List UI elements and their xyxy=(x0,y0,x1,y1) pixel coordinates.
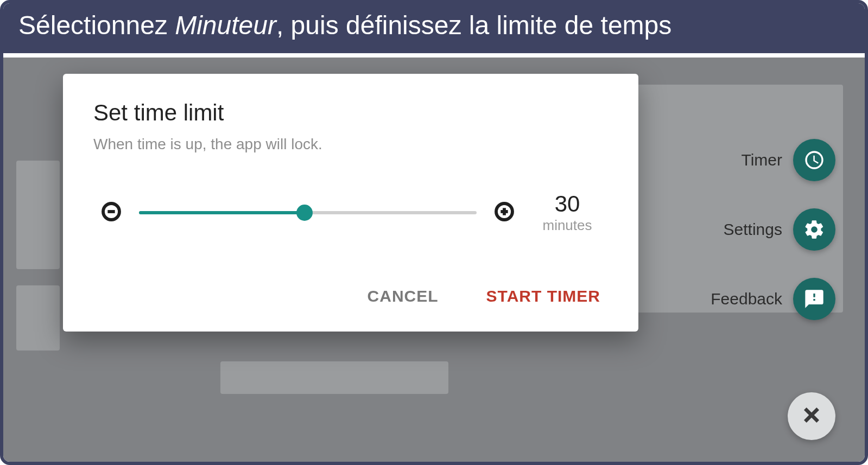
fab-menu: Timer Settings Feedback xyxy=(711,139,835,320)
slider-thumb[interactable] xyxy=(296,205,313,221)
time-slider[interactable] xyxy=(139,211,477,214)
time-unit: minutes xyxy=(532,217,603,234)
caption-suffix: , puis définissez la limite de temps xyxy=(276,11,671,40)
dialog-title: Set time limit xyxy=(93,100,608,126)
minus-circle-icon xyxy=(100,201,122,225)
close-icon xyxy=(801,404,822,428)
gear-icon xyxy=(793,208,835,251)
caption-em: Minuteur xyxy=(175,11,276,40)
slider-fill xyxy=(139,211,305,214)
clock-icon xyxy=(793,139,835,181)
time-value: 30 xyxy=(532,191,603,217)
plus-circle-icon xyxy=(493,201,515,225)
set-time-limit-dialog: Set time limit When time is up, the app … xyxy=(63,74,638,332)
fab-label-feedback: Feedback xyxy=(711,290,782,308)
caption-prefix: Sélectionnez xyxy=(18,11,175,40)
fab-row-settings[interactable]: Settings xyxy=(724,208,835,251)
fab-label-timer: Timer xyxy=(741,151,782,169)
increase-button[interactable] xyxy=(492,200,517,225)
time-value-block: 30 minutes xyxy=(532,191,603,234)
slider-row: 30 minutes xyxy=(93,191,608,234)
close-button[interactable] xyxy=(788,392,835,440)
cancel-button[interactable]: CANCEL xyxy=(365,283,441,310)
caption-bar: Sélectionnez Minuteur, puis définissez l… xyxy=(3,3,865,53)
fab-row-feedback[interactable]: Feedback xyxy=(711,278,835,320)
fab-label-settings: Settings xyxy=(724,220,782,239)
dialog-actions: CANCEL START TIMER xyxy=(93,283,608,310)
dialog-subtitle: When time is up, the app will lock. xyxy=(93,136,608,153)
start-timer-button[interactable]: START TIMER xyxy=(484,283,603,310)
annotated-screenshot: Sélectionnez Minuteur, puis définissez l… xyxy=(0,0,868,465)
fab-row-timer[interactable]: Timer xyxy=(741,139,835,181)
decrease-button[interactable] xyxy=(99,200,124,225)
feedback-icon xyxy=(793,278,835,320)
